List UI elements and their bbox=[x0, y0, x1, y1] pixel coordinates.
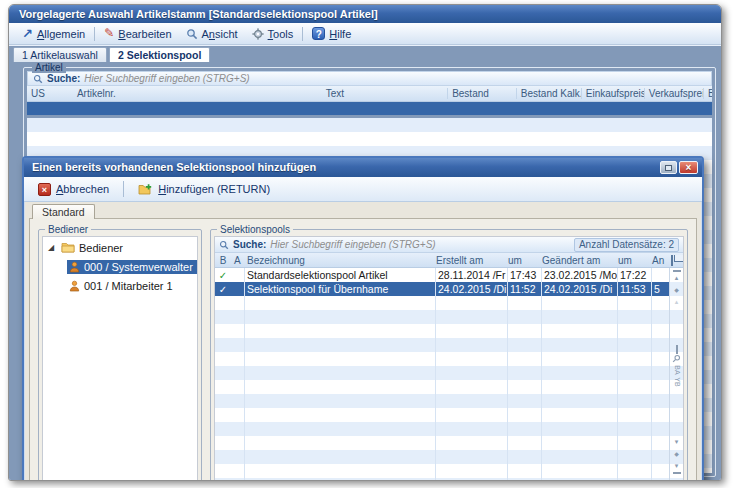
changed-time: 11:53 bbox=[617, 283, 651, 295]
dialog-tab-strip: Standard bbox=[24, 202, 702, 219]
magnifier-icon bbox=[186, 28, 198, 40]
pools-table-header: B A Bezeichnung Erstellt am um Geändert … bbox=[215, 253, 683, 268]
grid-icon[interactable] bbox=[676, 345, 678, 354]
pools-search-bar[interactable]: Suche: Hier Suchbegriff eingeben (STRG+S… bbox=[215, 237, 683, 253]
nav-bottom-cluster: ▾ ◆ ▾ bbox=[670, 436, 683, 474]
column-header[interactable]: An bbox=[649, 255, 667, 266]
arrow-up-right-icon: ↗ bbox=[22, 28, 33, 39]
created-date: 28.11.2014 /Fr bbox=[435, 269, 507, 281]
insert-record-icon[interactable]: ◆ bbox=[670, 284, 683, 296]
changed-date: 24.02.2015 /Di bbox=[541, 283, 617, 295]
column-header[interactable]: Text bbox=[322, 88, 448, 99]
search-icon bbox=[219, 240, 229, 250]
column-header[interactable]: B bbox=[215, 255, 231, 266]
pools-list: ✓ Standardselektionspool Artikel 28.11.2… bbox=[215, 268, 683, 481]
menu-label: Allgemein bbox=[37, 28, 85, 40]
column-header[interactable]: Bezeichnung bbox=[244, 255, 433, 266]
an-value: 5 bbox=[651, 283, 669, 295]
selektionspools-list-container: Suche: Hier Suchbegriff eingeben (STRG+S… bbox=[214, 236, 684, 481]
bediener-tree: ◢ Bediener 000 / Systemverwal bbox=[42, 236, 198, 481]
dialog-panel: Bediener ◢ Bediener bbox=[29, 218, 697, 481]
user-icon bbox=[69, 280, 80, 292]
selektionspools-group-label: Selektionspools bbox=[217, 224, 293, 235]
column-header[interactable]: um bbox=[615, 255, 649, 266]
bediener-group: Bediener ◢ Bediener bbox=[38, 229, 202, 481]
previous-record-icon[interactable]: ▴ bbox=[670, 296, 683, 308]
menu-ansicht[interactable]: Ansicht bbox=[179, 26, 245, 42]
menu-label: Hilfe bbox=[329, 28, 351, 40]
tab-standard[interactable]: Standard bbox=[32, 204, 95, 219]
abbrechen-label: Abbrechen bbox=[56, 183, 109, 195]
column-separators bbox=[215, 268, 669, 481]
column-header[interactable]: A bbox=[231, 255, 244, 266]
search-icon bbox=[33, 74, 43, 84]
column-header[interactable]: Bestand Kalk. bbox=[516, 88, 581, 99]
bediener-group-label: Bediener bbox=[45, 224, 91, 235]
selektionspools-group: Selektionspools Suche: Hier Suchbegriff … bbox=[210, 229, 688, 481]
copy-columns-icon[interactable] bbox=[667, 255, 683, 266]
column-header[interactable]: Erstellt am bbox=[433, 255, 505, 266]
pool-row-uebernahme[interactable]: ✓ Selektionspool für Übernhame 24.02.201… bbox=[215, 282, 669, 296]
selektionspool-dialog: Einen bereits vorhandenen Selektionspool… bbox=[22, 156, 704, 481]
main-tab-strip: 1 Artikelauswahl 2 Selektionspool bbox=[9, 46, 721, 62]
column-header[interactable]: um bbox=[505, 255, 539, 266]
menu-separator bbox=[94, 27, 95, 41]
check-icon: ✓ bbox=[219, 284, 227, 295]
dialog-title-bar: Einen bereits vorhandenen Selektionspool… bbox=[24, 158, 702, 177]
column-header[interactable]: US bbox=[27, 88, 73, 99]
artikel-search-bar[interactable]: Suche: Hier Suchbegriff eingeben (STRG+S… bbox=[27, 71, 712, 86]
search-label: Suche: bbox=[233, 239, 266, 250]
restore-icon bbox=[665, 165, 672, 171]
go-last-icon[interactable]: ▾ bbox=[673, 460, 681, 474]
append-record-icon[interactable]: ◆ bbox=[670, 448, 683, 460]
menu-label: Tools bbox=[268, 28, 294, 40]
artikel-selected-row[interactable] bbox=[27, 102, 712, 115]
window-title: Vorgelagerte Auswahl Artikelstamm [Stand… bbox=[9, 5, 721, 23]
gear-icon bbox=[252, 28, 264, 40]
tab-artikelauswahl[interactable]: 1 Artikelauswahl bbox=[13, 47, 107, 62]
menu-label: Bearbeiten bbox=[118, 28, 171, 40]
main-content: 1 Artikelauswahl 2 Selektionspool Artike… bbox=[9, 46, 721, 480]
record-count-badge: Anzahl Datensätze: 2 bbox=[574, 238, 679, 252]
dialog-title: Einen bereits vorhandenen Selektionspool… bbox=[32, 158, 660, 177]
created-date: 24.02.2015 /Di bbox=[435, 283, 507, 295]
column-header[interactable]: Geändert am bbox=[539, 255, 615, 266]
restore-button[interactable] bbox=[660, 161, 677, 174]
go-first-icon[interactable]: ▴ bbox=[673, 270, 681, 284]
column-header[interactable]: Bestand bbox=[447, 88, 516, 99]
search-placeholder: Hier Suchbegriff eingeben (STRG+S) bbox=[270, 239, 435, 250]
pool-row-standard[interactable]: ✓ Standardselektionspool Artikel 28.11.2… bbox=[215, 268, 669, 282]
dialog-toolbar: × Abbrechen Hinzufügen (RETURN) bbox=[24, 177, 702, 202]
hinzufuegen-button[interactable]: Hinzufügen (RETURN) bbox=[130, 180, 278, 198]
menu-tools[interactable]: Tools bbox=[245, 26, 301, 42]
edit-icon: ✎ bbox=[104, 28, 114, 39]
tree-item-systemverwalter[interactable]: 000 / Systemverwalter bbox=[43, 258, 197, 275]
next-record-icon[interactable]: ▾ bbox=[670, 436, 683, 448]
sort-yb-icon[interactable]: YB bbox=[671, 377, 683, 386]
column-header[interactable]: B bbox=[703, 88, 712, 99]
tree-item-label: 001 / Mitarbeiter 1 bbox=[84, 280, 173, 292]
sort-ab-icon[interactable]: BA bbox=[671, 365, 683, 374]
changed-date: 23.02.2015 /Mo bbox=[541, 269, 617, 281]
folder-plus-icon bbox=[138, 183, 153, 195]
column-header[interactable]: Einkaufspreis bbox=[581, 88, 644, 99]
menu-hilfe[interactable]: ? Hilfe bbox=[305, 25, 358, 42]
zoom-icon[interactable] bbox=[670, 354, 683, 363]
column-header[interactable]: Artikelnr. bbox=[73, 88, 322, 99]
created-time: 11:52 bbox=[507, 283, 541, 295]
menu-allgemein[interactable]: ↗ Allgemein bbox=[15, 26, 92, 42]
tree-root-bediener[interactable]: ◢ Bediener bbox=[43, 239, 197, 256]
expander-icon[interactable]: ◢ bbox=[48, 243, 57, 252]
pool-name: Standardselektionspool Artikel bbox=[244, 269, 435, 281]
search-placeholder: Hier Suchbegriff eingeben (STRG+S) bbox=[84, 73, 249, 84]
column-header[interactable]: Verkaufspreis bbox=[644, 88, 703, 99]
tab-selektionspool[interactable]: 2 Selektionspool bbox=[109, 47, 210, 62]
tree-item-mitarbeiter[interactable]: 001 / Mitarbeiter 1 bbox=[43, 277, 197, 294]
close-button[interactable]: × bbox=[679, 161, 698, 174]
abbrechen-button[interactable]: × Abbrechen bbox=[30, 180, 117, 199]
folder-icon bbox=[61, 242, 75, 253]
record-navigation-strip: ▴ ◆ ▴ BA YB bbox=[669, 268, 683, 481]
toolbar-separator bbox=[123, 181, 124, 197]
menu-bearbeiten[interactable]: ✎ Bearbeiten bbox=[97, 26, 178, 42]
pool-name: Selektionspool für Übernhame bbox=[244, 283, 435, 295]
